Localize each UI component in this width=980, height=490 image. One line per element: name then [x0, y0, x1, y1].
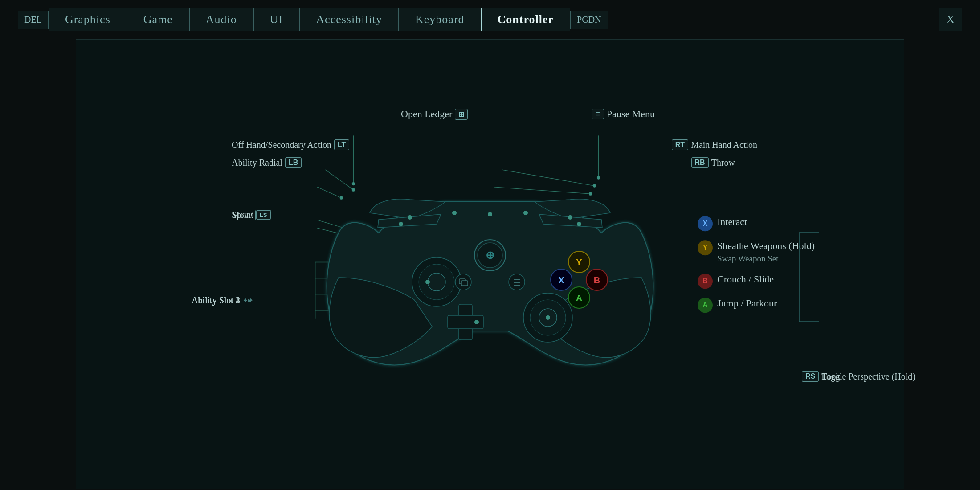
svg-point-51 [523, 211, 528, 215]
svg-point-55 [577, 222, 581, 226]
svg-point-54 [399, 222, 403, 226]
svg-text:⊕: ⊕ [486, 249, 494, 261]
del-key[interactable]: DEL [18, 11, 49, 29]
lt-badge: LT [334, 139, 349, 150]
svg-text:Y: Y [576, 257, 582, 267]
off-hand-label: Off Hand/Secondary Action LT [232, 139, 349, 150]
main-hand-label: RT Main Hand Action [672, 139, 757, 150]
svg-point-49 [488, 212, 492, 216]
x-button-icon: X [698, 216, 713, 231]
rb-badge: RB [691, 157, 709, 168]
tab-audio[interactable]: Audio [189, 8, 253, 31]
y-action-text: Sheathe Weapons (Hold) Swap Weapon Set [717, 239, 815, 265]
b-button-icon: B [698, 274, 713, 289]
pause-menu-label: ≡ Pause Menu [592, 108, 655, 120]
x-action-text: Interact [717, 215, 747, 229]
svg-point-25 [428, 273, 445, 291]
open-ledger-badge: ⊞ [455, 109, 468, 120]
nav-bar: DEL Graphics Game Audio UI Accessibility… [0, 0, 980, 39]
main-content: ⊕ Y B A X [76, 39, 904, 489]
close-button[interactable]: X [939, 8, 962, 31]
svg-point-58 [546, 315, 550, 320]
tab-game[interactable]: Game [127, 8, 189, 31]
tab-keyboard[interactable]: Keyboard [399, 8, 481, 31]
tab-ui[interactable]: UI [253, 8, 299, 31]
lb-badge: LB [285, 157, 302, 168]
b-action-text: Crouch / Slide [717, 273, 774, 287]
rs-perspective-badge: RS [802, 371, 819, 382]
svg-text:X: X [558, 275, 564, 285]
svg-point-57 [474, 320, 479, 324]
svg-text:B: B [594, 275, 600, 285]
controller-svg: ⊕ Y B A X [312, 144, 668, 384]
ability-radial-label: Ability Radial LB [232, 157, 302, 168]
controller-container: ⊕ Y B A X [76, 40, 904, 489]
tab-graphics[interactable]: Graphics [49, 8, 127, 31]
open-ledger-label: Open Ledger ⊞ [401, 108, 468, 120]
tab-controller[interactable]: Controller [481, 8, 571, 31]
throw-label: RB Throw [691, 157, 735, 168]
svg-text:A: A [576, 293, 582, 303]
a-button-icon: A [698, 298, 713, 313]
rt-badge: RT [672, 139, 688, 150]
y-button-icon: Y [698, 240, 713, 255]
svg-rect-37 [461, 281, 468, 286]
button-legend: X Interact Y Sheathe Weapons (Hold) Swap… [698, 215, 815, 313]
svg-point-52 [408, 215, 412, 220]
sprint-badge: LS [256, 210, 271, 220]
pgdn-key[interactable]: PGDN [570, 11, 608, 29]
tab-accessibility[interactable]: Accessibility [299, 8, 399, 31]
svg-point-53 [568, 215, 572, 220]
svg-point-50 [452, 211, 457, 215]
a-action-text: Jump / Parkour [717, 297, 777, 311]
svg-point-56 [425, 280, 430, 284]
pause-menu-badge: ≡ [592, 109, 604, 119]
controller-diagram: ⊕ Y B A X [312, 144, 668, 384]
